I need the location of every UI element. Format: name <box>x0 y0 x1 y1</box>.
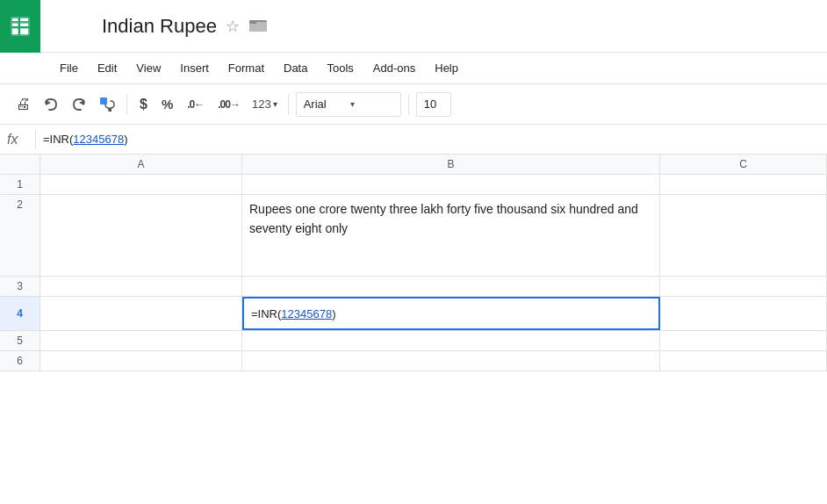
svg-marker-16 <box>46 100 51 105</box>
table-row: 6 <box>0 351 827 371</box>
menu-insert[interactable]: Insert <box>171 58 218 78</box>
increase-decimals-button[interactable]: .00→ <box>212 92 245 117</box>
table-row: 3 <box>0 277 827 297</box>
cell-b6[interactable] <box>242 351 660 371</box>
more-formats-arrow: ▾ <box>273 99 277 109</box>
menu-tools[interactable]: Tools <box>318 58 362 78</box>
cell-b4[interactable]: =INR(12345678) <box>242 297 660 330</box>
formula-number: 12345678 <box>73 133 124 146</box>
paint-format-button[interactable] <box>95 92 119 117</box>
row-number-6: 6 <box>0 351 40 371</box>
font-dropdown-arrow: ▾ <box>350 99 393 109</box>
col-header-b[interactable]: B <box>242 155 660 174</box>
percent-format-button[interactable]: % <box>156 92 178 117</box>
svg-rect-19 <box>109 108 111 112</box>
sheets-icon <box>8 14 32 39</box>
menu-help[interactable]: Help <box>426 58 467 78</box>
svg-rect-15 <box>249 20 256 24</box>
svg-rect-11 <box>12 28 18 34</box>
cell-a5[interactable] <box>40 331 242 350</box>
row-number-4: 4 <box>0 297 40 330</box>
formula-suffix: ) <box>124 133 127 146</box>
menu-file[interactable]: File <box>51 58 87 78</box>
table-row: 1 <box>0 175 827 195</box>
cell-a1[interactable] <box>40 175 242 194</box>
cell-c3[interactable] <box>660 277 827 296</box>
svg-rect-12 <box>20 28 28 34</box>
row-num-header <box>0 155 40 174</box>
cell-c1[interactable] <box>660 175 827 194</box>
print-button[interactable]: 🖨 <box>11 92 35 117</box>
column-headers: A B C <box>0 155 827 175</box>
col-header-c[interactable]: C <box>660 155 827 174</box>
svg-marker-17 <box>79 100 84 105</box>
spreadsheet: A B C 1 2 Rupees one crore twenty three … <box>0 155 827 371</box>
fx-label: fx <box>7 132 28 148</box>
font-name-label: Arial <box>304 97 347 111</box>
row-number-3: 3 <box>0 277 40 296</box>
svg-rect-8 <box>20 18 28 22</box>
svg-rect-7 <box>12 18 18 22</box>
dollar-format-button[interactable]: $ <box>134 92 153 117</box>
cell-a2[interactable] <box>40 195 242 276</box>
cell-a4[interactable] <box>40 297 242 330</box>
row-number-1: 1 <box>0 175 40 194</box>
formula-prefix: =INR( <box>43 133 73 146</box>
menu-bar: File Edit View Insert Format Data Tools … <box>0 53 827 84</box>
formula-bar: fx =INR(12345678) <box>0 125 827 155</box>
col-header-a[interactable]: A <box>40 155 242 174</box>
formula-display: =INR(12345678) <box>43 133 128 146</box>
folder-icon[interactable] <box>248 17 268 36</box>
formula-cell-prefix: =INR( <box>251 307 281 320</box>
menu-format[interactable]: Format <box>219 58 273 78</box>
toolbar: 🖨 $ % .0← .00→ 123 ▾ Arial ▾ 10 <box>0 84 827 125</box>
more-formats-label: 123 <box>252 97 271 111</box>
font-size-selector[interactable]: 10 <box>416 92 451 117</box>
document-title: Indian Rupee <box>102 15 217 38</box>
more-formats-button[interactable]: 123 ▾ <box>248 92 281 117</box>
cell-c2[interactable] <box>660 195 827 276</box>
formula-cell-link: 12345678 <box>281 307 332 320</box>
cell-a3[interactable] <box>40 277 242 296</box>
menu-view[interactable]: View <box>127 58 169 78</box>
row-number-2: 2 <box>0 195 40 276</box>
row-number-5: 5 <box>0 331 40 350</box>
decrease-decimals-button[interactable]: .0← <box>182 92 209 117</box>
svg-rect-10 <box>20 24 28 27</box>
cell-b5[interactable] <box>242 331 660 350</box>
table-row: 4 =INR(12345678) <box>0 297 827 331</box>
cell-b1[interactable] <box>242 175 660 194</box>
font-size-value: 10 <box>424 97 436 111</box>
redo-button[interactable] <box>67 92 91 117</box>
cell-c5[interactable] <box>660 331 827 350</box>
cell-b2[interactable]: Rupees one crore twenty three lakh forty… <box>242 195 660 276</box>
menu-addons[interactable]: Add-ons <box>364 58 424 78</box>
menu-data[interactable]: Data <box>275 58 316 78</box>
table-row: 5 <box>0 331 827 351</box>
font-family-selector[interactable]: Arial ▾ <box>296 92 401 117</box>
table-row: 2 Rupees one crore twenty three lakh for… <box>0 195 827 277</box>
star-icon[interactable]: ☆ <box>226 17 240 36</box>
cell-b3[interactable] <box>242 277 660 296</box>
cell-c4[interactable] <box>660 297 827 330</box>
cell-c6[interactable] <box>660 351 827 371</box>
formula-cell-suffix: ) <box>332 307 335 320</box>
svg-rect-18 <box>100 97 107 104</box>
menu-edit[interactable]: Edit <box>89 58 126 78</box>
undo-button[interactable] <box>39 92 63 117</box>
app-icon <box>0 0 40 53</box>
svg-rect-9 <box>12 24 18 27</box>
cell-a6[interactable] <box>40 351 242 371</box>
